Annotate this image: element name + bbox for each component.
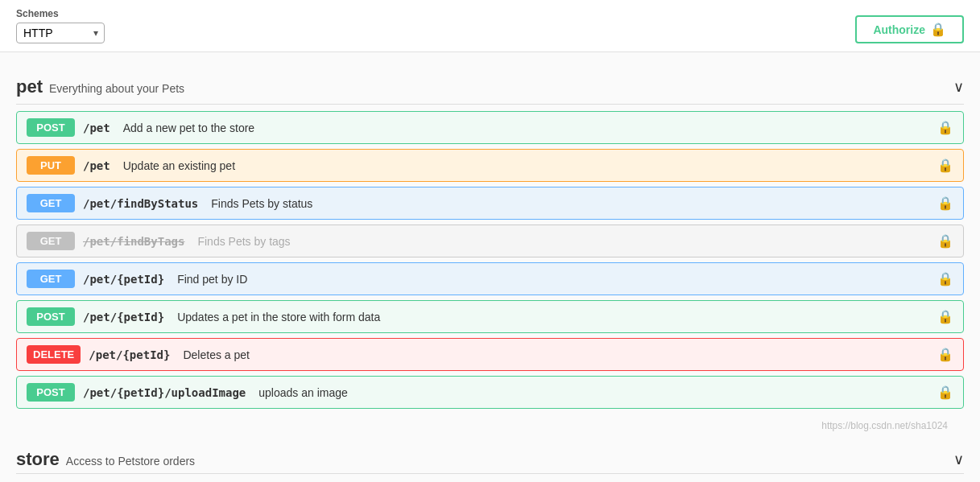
schemes-select[interactable]: HTTP HTTPS — [16, 23, 105, 43]
endpoint-left: POST /pet/{petId}/uploadImage uploads an… — [27, 383, 937, 402]
endpoint-get-findbystatus[interactable]: GET /pet/findByStatus Finds Pets by stat… — [16, 187, 964, 220]
lock-icon: 🔒 — [937, 271, 953, 286]
schemes-select-wrapper: HTTP HTTPS — [16, 23, 105, 43]
pet-chevron-icon: ∨ — [953, 78, 964, 96]
store-title-area: store Access to Petstore orders — [16, 449, 195, 470]
endpoint-summary: Deletes a pet — [183, 348, 250, 361]
endpoint-post-petid[interactable]: POST /pet/{petId} Updates a pet in the s… — [16, 300, 964, 333]
endpoint-left: POST /pet/{petId} Updates a pet in the s… — [27, 307, 937, 326]
endpoint-put-pet[interactable]: PUT /pet Update an existing pet 🔒 — [16, 149, 964, 182]
endpoint-get-findbytags-disabled[interactable]: GET /pet/findByTags Finds Pets by tags 🔒 — [16, 225, 964, 257]
endpoint-left: GET /pet/findByTags Finds Pets by tags — [27, 232, 937, 250]
lock-icon: 🔒 — [937, 233, 953, 249]
endpoint-delete-petid[interactable]: DELETE /pet/{petId} Deletes a pet 🔒 — [16, 338, 964, 371]
store-section-desc: Access to Petstore orders — [66, 455, 195, 468]
authorize-button[interactable]: Authorize 🔒 — [855, 15, 964, 43]
endpoint-summary-disabled: Finds Pets by tags — [197, 235, 290, 248]
method-badge-get-disabled: GET — [27, 232, 75, 250]
main-content: pet Everything about your Pets ∨ POST /p… — [0, 52, 980, 482]
pet-title-area: pet Everything about your Pets — [16, 76, 184, 97]
endpoint-get-petid[interactable]: GET /pet/{petId} Find pet by ID 🔒 — [16, 262, 964, 295]
endpoint-left: GET /pet/findByStatus Finds Pets by stat… — [27, 194, 937, 212]
endpoint-path: /pet/{petId}/uploadImage — [83, 386, 246, 399]
schemes-section: Schemes HTTP HTTPS — [16, 8, 105, 43]
method-badge-delete: DELETE — [27, 345, 81, 364]
endpoint-path: /pet/{petId} — [83, 311, 164, 323]
endpoint-path: /pet/findByStatus — [83, 197, 198, 210]
endpoint-summary: Find pet by ID — [177, 273, 247, 286]
method-badge-get: GET — [27, 270, 75, 288]
pet-section-desc: Everything about your Pets — [49, 82, 184, 95]
endpoint-path: /pet — [83, 159, 110, 172]
store-section-header[interactable]: store Access to Petstore orders ∨ — [16, 441, 964, 474]
toolbar: Schemes HTTP HTTPS Authorize 🔒 — [0, 0, 980, 52]
lock-icon: 🔒 — [937, 158, 953, 173]
endpoint-path: /pet/{petId} — [89, 348, 170, 361]
endpoint-summary: Update an existing pet — [123, 159, 235, 172]
pet-endpoints: POST /pet Add a new pet to the store 🔒 P… — [16, 111, 964, 409]
endpoint-summary: Add a new pet to the store — [123, 122, 254, 134]
pet-section-name: pet — [16, 76, 43, 97]
lock-icon: 🔒 — [937, 120, 953, 135]
endpoint-summary: Updates a pet in the store with form dat… — [177, 311, 380, 323]
endpoint-post-pet[interactable]: POST /pet Add a new pet to the store 🔒 — [16, 111, 964, 144]
watermark: https://blog.csdn.net/sha1024 — [16, 417, 964, 435]
method-badge-post: POST — [27, 118, 75, 137]
method-badge-get: GET — [27, 194, 75, 212]
pet-section: pet Everything about your Pets ∨ POST /p… — [16, 68, 964, 409]
schemes-label: Schemes — [16, 8, 105, 19]
endpoint-left: GET /pet/{petId} Find pet by ID — [27, 270, 937, 288]
lock-icon: 🔒 — [937, 196, 953, 211]
endpoint-path: /pet/{petId} — [83, 273, 164, 286]
endpoint-path: /pet — [83, 122, 110, 134]
endpoint-summary: uploads an image — [258, 386, 348, 399]
lock-icon: 🔒 — [937, 347, 953, 362]
store-chevron-icon: ∨ — [953, 451, 964, 468]
authorize-label: Authorize — [873, 23, 925, 36]
pet-section-header[interactable]: pet Everything about your Pets ∨ — [16, 68, 964, 105]
method-badge-post: POST — [27, 383, 75, 402]
endpoint-left: DELETE /pet/{petId} Deletes a pet — [27, 345, 937, 364]
endpoint-post-uploadimage[interactable]: POST /pet/{petId}/uploadImage uploads an… — [16, 376, 964, 409]
method-badge-put: PUT — [27, 156, 75, 175]
endpoint-path-disabled: /pet/findByTags — [83, 235, 184, 248]
lock-icon: 🔒 — [937, 309, 953, 324]
endpoint-left: PUT /pet Update an existing pet — [27, 156, 937, 175]
store-section-name: store — [16, 449, 60, 470]
endpoint-left: POST /pet Add a new pet to the store — [27, 118, 937, 137]
lock-icon: 🔒 — [937, 385, 953, 400]
endpoint-summary: Finds Pets by status — [211, 197, 312, 210]
lock-icon: 🔒 — [930, 22, 946, 37]
method-badge-post: POST — [27, 307, 75, 326]
